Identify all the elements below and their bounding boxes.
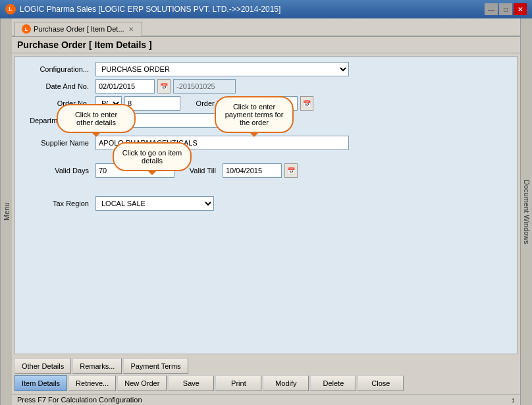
btn-row-1: Other Details Remarks... Payment Terms [14,358,518,374]
tooltip-payment-terms-text: Click to enter payment terms for the ord… [225,103,284,126]
retrieve-button[interactable]: Retrieve... [68,375,116,391]
valid-days-label: Valid Days [20,167,93,175]
tab-icon: L [22,24,31,34]
tooltip-payment-terms: Click to enter payment terms for the ord… [215,96,294,133]
status-text: Press F7 For Calculation Configuration [17,396,142,404]
close-window-button[interactable]: ✕ [514,3,527,15]
print-button[interactable]: Print [215,375,261,391]
btn-row-2: Item Details Retrieve... New Order Save … [14,375,518,391]
minimize-button[interactable]: — [485,3,498,15]
date-calendar-button[interactable]: 📅 [157,79,171,94]
date-row: Date And No. 📅 [20,79,512,94]
date-label: Date And No. [20,82,93,90]
config-label: Configuration... [20,65,93,73]
config-row: Configuration... PURCHASE ORDER PURCHASE… [20,62,512,76]
remarks-button[interactable]: Remarks... [72,358,122,374]
tax-region-select[interactable]: LOCAL SALE INTER STATE EXPORT [95,196,214,211]
tooltip-item-details: Click to go on item details [113,142,192,171]
tab-purchase-order[interactable]: L Purchase Order [ Item Det... ✕ [14,22,142,36]
date-input[interactable] [95,79,155,94]
main-window: Menu Document Windows L Purchase Order [… [0,18,532,405]
config-select[interactable]: PURCHASE ORDER PURCHASE INDENT PURCHASE … [95,62,349,76]
title-bar-left: L LOGIC Pharma Sales [LOGIC ERP SOLUTION… [5,4,280,14]
tab-close-button[interactable]: ✕ [127,26,135,33]
valid-till-input[interactable] [223,163,282,178]
tooltip-other-details: Click to enter other details [57,104,136,133]
tooltip-item-details-text: Click to go on item details [122,149,182,165]
save-button[interactable]: Save [168,375,214,391]
order-date-calendar-button[interactable]: 📅 [300,96,313,111]
window-title: LOGIC Pharma Sales [LOGIC ERP SOLUTIONS … [20,5,280,14]
valid-till-calendar-button[interactable]: 📅 [284,163,298,178]
tab-label: Purchase Order [ Item Det... [34,25,124,33]
page-header: Purchase Order [ Item Details ] [12,37,520,53]
tab-bar: L Purchase Order [ Item Det... ✕ [12,18,520,37]
title-bar: L LOGIC Pharma Sales [LOGIC ERP SOLUTION… [0,0,532,18]
delete-button[interactable]: Delete [310,375,356,391]
tooltip-other-details-text: Click to enter other details [75,111,117,126]
new-order-button[interactable]: New Order [117,375,167,391]
side-menu-left[interactable]: Menu [0,18,12,405]
title-bar-controls[interactable]: — □ ✕ [485,3,527,15]
side-menu-label: Menu [3,203,11,221]
other-details-button[interactable]: Other Details [14,358,71,374]
doc-no-input[interactable] [173,79,236,94]
side-menu-right[interactable]: Document Windows [520,18,532,405]
item-details-button[interactable]: Item Details [14,375,67,391]
tax-region-row: Tax Region LOCAL SALE INTER STATE EXPORT [20,196,512,211]
content-area: L Purchase Order [ Item Det... ✕ Purchas… [12,18,520,405]
payment-terms-button[interactable]: Payment Terms [123,358,188,374]
form-area: Configuration... PURCHASE ORDER PURCHASE… [14,56,518,354]
side-menu-right-label: Document Windows [523,180,531,244]
valid-days-row: Valid Days Valid Till 📅 [20,163,512,178]
tax-region-label: Tax Region [20,200,93,207]
app-icon: L [5,4,16,14]
close-button[interactable]: Close [358,375,404,391]
status-bar: Press F7 For Calculation Configuration ↕ [12,394,520,405]
page-title: Purchase Order [ Item Details ] [17,40,152,50]
modify-button[interactable]: Modify [263,375,309,391]
status-right: ↕ [512,396,516,404]
maximize-button[interactable]: □ [499,3,512,15]
bottom-area: Other Details Remarks... Payment Terms I… [12,357,520,394]
supplier-label: Supplier Name [20,139,93,147]
